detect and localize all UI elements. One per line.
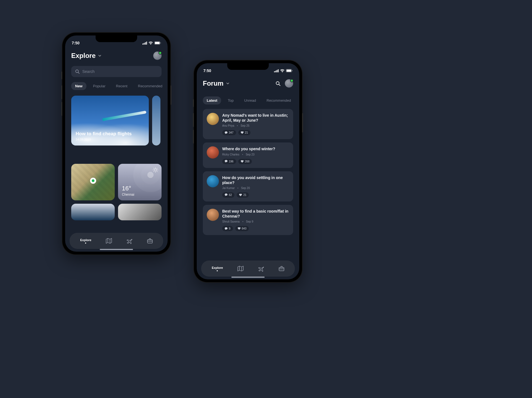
forum-post[interactable]: Any Nomad's want to live in Austin; Apri… — [203, 109, 293, 139]
comments-stat[interactable]: 9 — [222, 226, 233, 231]
tab-recommended[interactable]: Recommended — [134, 82, 166, 90]
svg-rect-28 — [279, 267, 284, 271]
nav-active-dot — [217, 270, 218, 271]
volume-up — [193, 113, 194, 127]
header: Explore — [65, 48, 168, 64]
widget-thumb-2[interactable] — [118, 204, 162, 220]
signal-icon — [142, 42, 147, 45]
comments-stat[interactable]: 196 — [222, 159, 236, 164]
tab-unread[interactable]: Unread — [240, 96, 260, 104]
tab-recommended[interactable]: Recommended — [263, 96, 295, 104]
chevron-down-icon — [98, 55, 101, 57]
page-title[interactable]: Forum — [203, 80, 229, 87]
post-meta: Anu Priya Sep 25 — [222, 124, 289, 127]
post-avatar[interactable] — [207, 175, 219, 187]
header: Forum — [197, 75, 299, 91]
post-meta: Ricky Charles Sep 23 — [222, 153, 289, 156]
comments-stat[interactable]: 347 — [222, 130, 236, 135]
post-avatar[interactable] — [207, 209, 219, 221]
tab-new[interactable]: New — [71, 82, 86, 90]
likes-stat[interactable]: 643 — [235, 226, 249, 231]
signal-icon — [274, 69, 279, 72]
comments-stat[interactable]: 62 — [222, 192, 234, 198]
search-icon[interactable] — [275, 81, 280, 86]
nav-map[interactable] — [237, 266, 244, 271]
comments-count: 196 — [229, 160, 234, 163]
comments-count: 62 — [229, 193, 232, 197]
nav-explore-label: Explore — [212, 266, 223, 269]
nav-explore[interactable]: Explore — [212, 266, 223, 271]
search-bar[interactable] — [71, 66, 162, 77]
comment-icon — [225, 227, 227, 230]
svg-rect-24 — [287, 70, 291, 72]
nav-work[interactable] — [279, 266, 284, 271]
nav-flights[interactable] — [258, 266, 264, 272]
explore-tabs: New Popular Recent Recommended — [65, 77, 168, 93]
search-input[interactable] — [82, 69, 158, 74]
dot-sep — [242, 154, 243, 155]
likes-stat[interactable]: 21 — [238, 130, 250, 135]
nav-active-dot — [85, 243, 86, 244]
bottom-nav: Explore — [70, 233, 163, 249]
avatar[interactable] — [153, 52, 162, 60]
screen-forum: 7:50 Forum Latest Top Unread Recommended — [197, 63, 299, 279]
page-title-text: Explore — [71, 52, 96, 60]
feature-carousel[interactable]: How to find cheap flights 14.09.2019 — [65, 93, 168, 146]
feature-card-next[interactable] — [152, 96, 160, 146]
comment-icon — [225, 193, 227, 196]
forum-post[interactable]: Best way to find a basic room/flat in Ch… — [203, 205, 293, 235]
forum-tabs: Latest Top Unread Recommended — [197, 91, 299, 108]
nav-explore[interactable]: Explore — [80, 238, 91, 244]
svg-line-16 — [154, 171, 154, 172]
svg-rect-21 — [277, 70, 277, 72]
forum-post[interactable]: Where do you spend winter? Ricky Charles… — [203, 142, 293, 168]
tab-popular[interactable]: Popular — [89, 82, 109, 90]
heart-icon — [241, 131, 244, 134]
post-title: Best way to find a basic room/flat in Ch… — [222, 209, 289, 219]
tab-recent[interactable]: Recent — [112, 82, 131, 90]
wifi-icon — [149, 42, 153, 45]
feature-card[interactable]: How to find cheap flights 14.09.2019 — [71, 96, 149, 146]
heart-icon — [241, 160, 244, 163]
comments-count: 347 — [229, 131, 234, 134]
nav-flights[interactable] — [126, 238, 132, 244]
comment-icon — [225, 160, 227, 163]
weather-widget[interactable]: 16° Chennai — [118, 164, 162, 200]
map-widget[interactable] — [71, 164, 115, 200]
post-author: Ricky Charles — [222, 153, 239, 156]
post-avatar[interactable] — [207, 113, 219, 125]
chevron-down-icon — [226, 83, 229, 85]
post-date: Sep 25 — [241, 124, 249, 127]
likes-stat[interactable]: 21 — [237, 192, 249, 198]
svg-point-9 — [154, 169, 157, 171]
nav-work[interactable] — [147, 238, 153, 243]
home-indicator[interactable] — [100, 249, 133, 250]
likes-stat[interactable]: 268 — [238, 159, 252, 164]
status-time: 7:50 — [203, 68, 211, 73]
home-indicator[interactable] — [231, 277, 265, 278]
post-author: Shruti Saxena — [222, 220, 240, 223]
forum-list[interactable]: Any Nomad's want to live in Austin; Apri… — [197, 108, 299, 235]
post-author: Jai Kumar — [222, 187, 235, 190]
widget-thumb-1[interactable] — [71, 204, 115, 220]
post-avatar[interactable] — [207, 146, 219, 159]
dot-sep — [237, 125, 238, 126]
plane-icon — [126, 238, 132, 244]
notch — [96, 35, 137, 42]
nav-map[interactable] — [106, 238, 112, 244]
avatar[interactable] — [285, 79, 293, 88]
page-title[interactable]: Explore — [71, 52, 101, 60]
forum-post[interactable]: How do you avoid settling in one place? … — [203, 171, 293, 201]
tab-latest[interactable]: Latest — [203, 96, 221, 104]
tab-top[interactable]: Top — [224, 96, 237, 104]
bottom-nav: Explore — [201, 261, 295, 277]
volume-down — [193, 130, 194, 144]
dot-sep — [237, 188, 238, 188]
svg-rect-22 — [278, 69, 279, 72]
svg-point-26 — [276, 82, 279, 85]
heart-icon — [239, 194, 242, 196]
post-date: Sep 23 — [246, 153, 255, 156]
likes-count: 643 — [242, 227, 247, 230]
svg-rect-1 — [144, 43, 145, 45]
feature-title: How to find cheap flights — [76, 131, 144, 137]
